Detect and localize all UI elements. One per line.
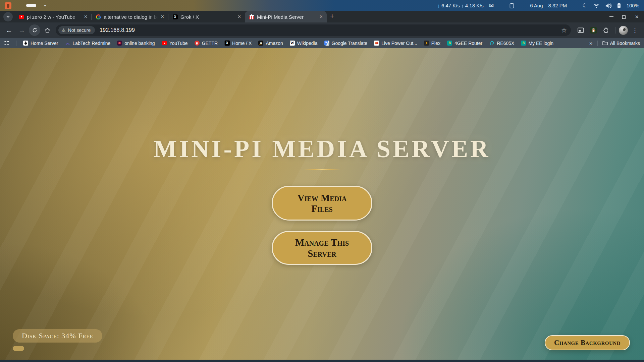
bookmark-wikipedia[interactable]: W Wikipedia xyxy=(290,41,318,46)
bookmark-online-banking[interactable]: online banking xyxy=(117,41,155,46)
disk-usage-bar xyxy=(13,346,24,351)
bookmark-youtube[interactable]: YouTube xyxy=(162,41,188,46)
youtube-icon xyxy=(19,14,24,19)
bookmark-amazon[interactable]: a Amazon xyxy=(258,41,283,46)
volume-icon[interactable] xyxy=(605,3,611,8)
home-button[interactable] xyxy=(42,24,53,36)
window-close-button[interactable]: × xyxy=(635,14,639,20)
clipboard-icon[interactable] xyxy=(509,2,515,9)
tab-mini-pi-media-server[interactable]: Mini-Pi Media Server × xyxy=(245,11,327,22)
plex-icon xyxy=(424,41,429,46)
tab-youtube[interactable]: pi zero 2 w - YouTube × xyxy=(15,11,91,22)
window-indicator-pill xyxy=(26,4,36,7)
system-status-bar: ↓ 6.47 K/s ↑ 4.18 K/s ✉ 6 Aug 8:32 PM ☾ xyxy=(0,0,644,11)
amazon-icon: a xyxy=(258,41,263,46)
url-text[interactable]: 192.168.8.199 xyxy=(100,27,135,33)
ee-icon: 8 xyxy=(447,41,452,46)
new-tab-button[interactable]: + xyxy=(327,12,338,21)
battery-percent: 100% xyxy=(627,3,639,8)
tab-close-icon[interactable]: × xyxy=(237,14,241,20)
wikipedia-icon: W xyxy=(290,41,295,46)
bookmarks-bar: Home Server LabTech Redmine online banki… xyxy=(0,38,644,48)
profile-avatar[interactable] xyxy=(619,26,628,35)
browser-menu-button[interactable]: ⋮ xyxy=(629,24,641,36)
gettr-icon xyxy=(195,41,200,46)
security-chip-label: Not secure xyxy=(68,27,91,33)
restore-button[interactable] xyxy=(622,15,626,19)
side-panel-icon xyxy=(578,27,584,33)
bookmarks-separator xyxy=(597,41,598,46)
title-divider xyxy=(303,169,341,170)
wifi-icon[interactable] xyxy=(593,3,600,8)
bookmarks-separator xyxy=(16,41,16,46)
bookmark-star-icon[interactable]: ☆ xyxy=(561,26,567,34)
tab-close-icon[interactable]: × xyxy=(319,14,323,20)
tplink-icon xyxy=(489,41,494,46)
address-bar[interactable]: ⚠ Not secure 192.168.8.199 ☆ xyxy=(56,24,571,36)
power-map-icon xyxy=(374,41,379,46)
youtube-icon xyxy=(162,41,167,46)
tab-close-icon[interactable]: × xyxy=(160,14,165,20)
x-icon: X xyxy=(172,14,178,19)
bookmark-re605x[interactable]: RE605X xyxy=(489,41,514,46)
bookmark-google-translate[interactable]: Gt Google Translate xyxy=(324,41,368,46)
media-server-page: MINI-PI MEDIA SERVER View Media Files Ma… xyxy=(0,48,644,362)
tab-strip: pi zero 2 w - YouTube × alternative to d… xyxy=(0,11,644,22)
x-icon: X xyxy=(224,41,230,46)
warning-icon: ⚠ xyxy=(61,28,66,33)
reload-button[interactable] xyxy=(29,24,40,36)
toolbar-separator xyxy=(615,27,615,34)
apple-icon xyxy=(23,41,28,46)
bookmark-gettr[interactable]: GETTR xyxy=(195,41,218,46)
battery-icon[interactable] xyxy=(617,2,621,9)
google-icon xyxy=(96,14,101,19)
home-icon xyxy=(44,27,51,33)
arc-icon xyxy=(65,41,70,46)
folder-icon xyxy=(602,41,608,46)
change-background-button[interactable]: Change Background xyxy=(545,335,630,350)
status-time[interactable]: 8:32 PM xyxy=(548,3,567,8)
forward-button[interactable]: → xyxy=(16,24,28,36)
disk-space-badge: Disk Space: 34% Free xyxy=(13,329,102,343)
back-icon: ← xyxy=(6,27,12,34)
bank-icon xyxy=(117,41,122,46)
bookmarks-overflow-button[interactable]: » xyxy=(589,40,592,47)
bottom-edge-strip xyxy=(0,360,644,362)
kebab-icon: ⋮ xyxy=(631,26,639,34)
tab-grok-x[interactable]: X Grok / X × xyxy=(168,11,245,22)
ee-icon: 8 xyxy=(521,41,526,46)
panel-app-icon[interactable] xyxy=(5,2,11,9)
network-speed: ↓ 6.47 K/s ↑ 4.18 K/s xyxy=(437,3,484,8)
reload-icon xyxy=(32,27,38,33)
tab-search-button[interactable] xyxy=(3,12,13,21)
puzzle-icon xyxy=(603,27,609,33)
tab-google-search[interactable]: alternative to dialog in ba × xyxy=(92,11,168,22)
manage-server-button[interactable]: Manage This Server xyxy=(272,231,372,265)
bookmark-labtech-redmine[interactable]: LabTech Redmine xyxy=(65,41,110,46)
security-chip[interactable]: ⚠ Not secure xyxy=(58,26,95,34)
back-button[interactable]: ← xyxy=(3,24,15,36)
bookmark-home-server[interactable]: Home Server xyxy=(23,41,58,46)
translate-icon: Gt xyxy=(324,41,329,46)
slider-extension-icon xyxy=(590,27,597,34)
do-not-disturb-moon-icon[interactable]: ☾ xyxy=(582,3,587,8)
bookmark-plex[interactable]: Plex xyxy=(424,41,440,46)
bookmark-4gee-router[interactable]: 8 4GEE Router xyxy=(447,41,482,46)
status-date[interactable]: 6 Aug xyxy=(530,3,543,8)
bookmark-home-x[interactable]: X Home / X xyxy=(224,41,252,46)
apps-grid-icon[interactable] xyxy=(4,41,9,46)
forward-icon: → xyxy=(18,27,25,34)
popcorn-icon xyxy=(249,14,254,19)
extension-slider-button[interactable] xyxy=(588,24,599,36)
side-panel-button[interactable] xyxy=(575,24,586,36)
browser-toolbar: ← → ⚠ Not secure 192.168.8.199 ☆ xyxy=(0,22,644,38)
minimize-button[interactable] xyxy=(609,16,613,17)
page-title: MINI-PI MEDIA SERVER xyxy=(0,135,644,163)
mail-icon[interactable]: ✉ xyxy=(489,2,494,9)
bookmark-live-power-cut[interactable]: Live Power Cut... xyxy=(374,41,417,46)
bookmark-my-ee-login[interactable]: 8 My EE login xyxy=(521,41,553,46)
view-media-files-button[interactable]: View Media Files xyxy=(272,186,372,221)
all-bookmarks-button[interactable]: All Bookmarks xyxy=(602,41,640,46)
extensions-button[interactable] xyxy=(600,24,612,36)
tab-close-icon[interactable]: × xyxy=(84,14,88,20)
